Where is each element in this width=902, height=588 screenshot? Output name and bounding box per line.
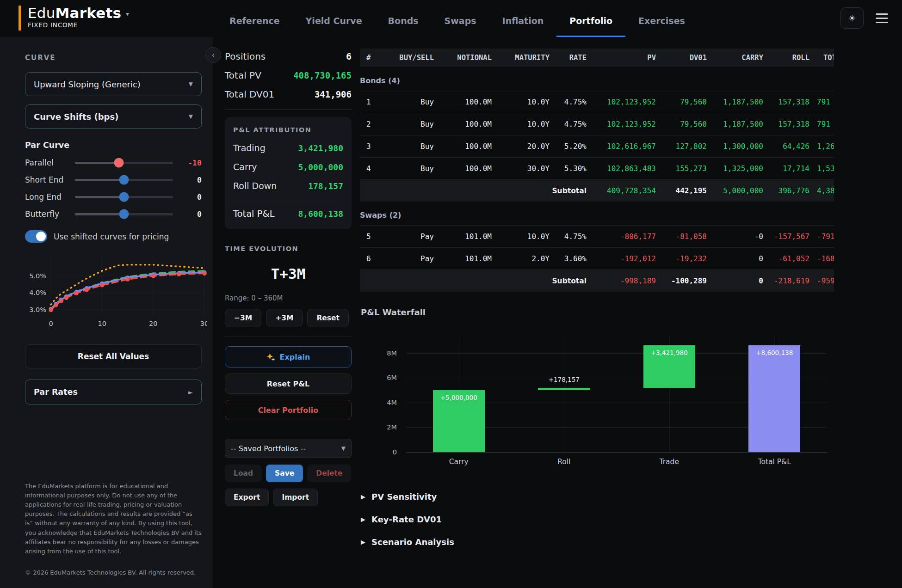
table-cell: 101.0M [434,248,492,270]
slider-thumb[interactable] [119,192,129,202]
column-header-pv: PV [587,49,656,67]
waterfall-bar-total-p-l [748,345,800,452]
triangle-right-icon: ▶ [361,516,365,523]
tab-bonds[interactable]: Bonds [375,16,432,37]
table-cell: -61,052 [763,248,809,270]
table-cell: -157,567 [763,226,809,248]
tab-yield-curve[interactable]: Yield Curve [293,16,375,37]
slider-track[interactable] [75,179,173,181]
scenario-analysis-expander[interactable]: ▶ Scenario Analysis [360,531,834,553]
table-header-row: #BUY/SELLNOTIONALMATURITYRATEPVDV01CARRY… [360,49,834,67]
tab-swaps[interactable]: Swaps [432,16,489,37]
waterfall-bar-value: +178,157 [527,376,601,383]
hamburger-menu-button[interactable] [874,12,890,25]
minus-3m-button[interactable]: −3M [225,309,261,327]
caret-down-icon[interactable]: ▾ [126,10,129,31]
table-cell: 2.0Y [492,248,550,270]
positions-table-wrap: #BUY/SELLNOTIONALMATURITYRATEPVDV01CARRY… [360,49,834,292]
table-cell: Buy [383,158,434,180]
key-rate-dv01-expander[interactable]: ▶ Key-Rate DV01 [360,508,834,531]
table-cell: -806,177 [587,226,656,248]
brand-subtitle: FIXED INCOME [28,21,121,29]
tab-exercises[interactable]: Exercises [625,16,698,37]
plus-3m-button[interactable]: +3M [266,309,303,327]
column-header-: # [360,49,383,67]
table-section-label: Swaps (2) [360,202,834,226]
import-button[interactable]: Import [273,489,318,506]
table-cell: 6 [360,248,383,270]
slider-fill [75,196,124,198]
table-cell [360,180,383,202]
slider-track[interactable] [75,213,173,215]
slider-track[interactable] [75,162,173,164]
table-cell: 4.75% [550,226,587,248]
waterfall-bar-value: +8,600,138 [748,349,800,356]
save-button[interactable]: Save [266,465,303,482]
logo[interactable]: EduMarkets FIXED INCOME ▾ [19,6,129,31]
slider-row-long-end: Long End0 [25,192,202,202]
curve-type-select[interactable]: Upward Sloping (Generic) ▼ [25,72,202,96]
nav-tabs: ReferenceYield CurveBondsSwapsInflationP… [216,0,698,37]
table-cell: 3.60% [550,248,587,270]
table-cell: 100.0M [434,135,492,158]
svg-text:10: 10 [98,320,106,327]
reset-time-button[interactable]: Reset [307,309,349,327]
table-cell: 1,187,500 [707,113,763,135]
table-row: 5Pay101.0M10.0Y4.75%-806,177-81,058-0-15… [360,226,834,248]
delete-button[interactable]: Delete [307,465,351,482]
svg-text:20: 20 [149,320,157,327]
table-cell: 4.75% [550,91,587,113]
export-button[interactable]: Export [225,489,269,506]
slider-thumb[interactable] [119,209,129,219]
time-evolution-range: Range: 0 – 360M [225,294,352,302]
waterfall-bar-roll [538,388,590,390]
clear-portfolio-button[interactable]: Clear Portfolio [225,400,352,420]
chevron-down-icon: ▼ [189,81,193,87]
table-cell: Buy [383,135,434,158]
sidebar-collapse-button[interactable]: ‹ [205,47,221,63]
tab-portfolio[interactable]: Portfolio [556,16,625,37]
saved-portfolios-select[interactable]: -- Saved Portfolios -- ▼ [225,439,352,458]
table-cell: 4,381 [809,180,834,202]
svg-text:4.0%: 4.0% [29,289,46,296]
waterfall-y-label: 4M [360,399,397,406]
total-pv-row: Total PV 408,730,165 [225,70,352,81]
table-cell: 102,123,952 [587,91,656,113]
tab-inflation[interactable]: Inflation [489,16,557,37]
table-cell: 79,560 [656,113,707,135]
pv-sensitivity-expander[interactable]: ▶ PV Sensitivity [360,485,834,508]
table-cell: 409,728,354 [587,180,656,202]
table-subtotal-row: Subtotal409,728,354442,1955,000,000396,7… [360,180,834,202]
slider-thumb[interactable] [114,158,124,168]
table-cell: Subtotal [550,180,587,202]
table-cell: 2 [360,113,383,135]
curve-chart: 3.0%4.0%5.0%0102030 [20,252,202,335]
total-pnl-row: Total P&L 8,600,138 [233,208,343,219]
column-header-roll: ROLL [763,49,809,67]
column-header-total: TOTAL [809,49,834,67]
slider-row-parallel: Parallel-10 [25,158,202,167]
reset-pnl-button[interactable]: Reset P&L [225,374,352,394]
table-cell: 155,273 [656,158,707,180]
disclaimer-text: The EduMarkets platform is for education… [25,482,202,556]
tab-reference[interactable]: Reference [216,16,293,37]
table-subtotal-row: Subtotal-998,189-100,2890-218,619-959 [360,270,834,292]
table-cell: 17,714 [763,158,809,180]
carry-pnl-row: Carry 5,000,000 [233,162,343,172]
shifted-pricing-toggle[interactable] [25,230,47,243]
chevron-right-icon: ► [188,389,193,396]
total-dv01-row: Total DV01 341,906 [225,89,352,100]
column-header-rate: RATE [550,49,587,67]
curve-shifts-select[interactable]: Curve Shifts (bps) ▼ [25,104,202,129]
reset-all-values-button[interactable]: Reset All Values [25,344,202,368]
table-cell: -218,619 [763,270,809,292]
theme-toggle-button[interactable]: ☀ [840,7,864,29]
slider-track[interactable] [75,196,173,198]
positions-table: #BUY/SELLNOTIONALMATURITYRATEPVDV01CARRY… [360,49,834,292]
explain-button[interactable]: Explain [225,346,352,368]
table-cell [360,270,383,292]
load-button[interactable]: Load [225,465,262,482]
par-rates-expander[interactable]: Par Rates ► [25,380,202,404]
slider-thumb[interactable] [119,175,129,185]
table-cell: 102,863,483 [587,158,656,180]
